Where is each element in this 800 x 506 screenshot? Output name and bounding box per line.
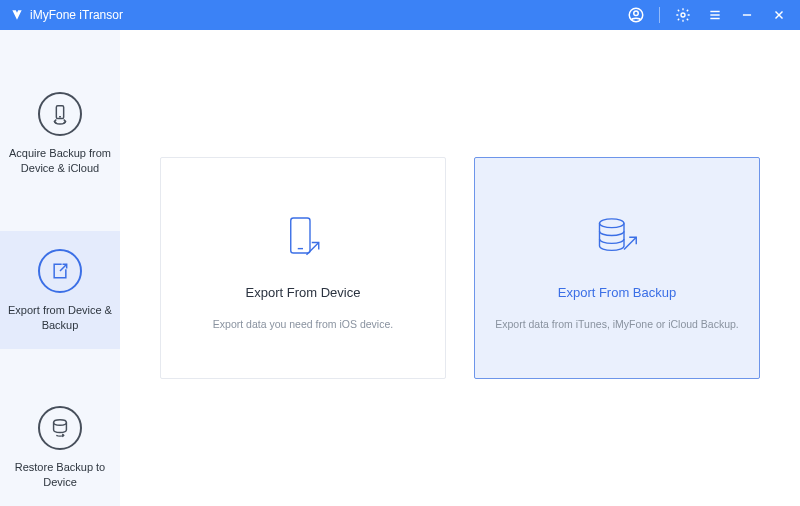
- app-logo-icon: [10, 8, 24, 22]
- card-export-from-backup[interactable]: Export From Backup Export data from iTun…: [474, 157, 760, 379]
- svg-rect-13: [291, 218, 310, 253]
- app-title: iMyFone iTransor: [30, 8, 123, 22]
- sidebar-item-export[interactable]: Export from Device & Backup: [0, 231, 120, 349]
- gear-icon[interactable]: [674, 6, 692, 24]
- svg-point-16: [600, 218, 625, 227]
- card-desc: Export data from iTunes, iMyFone or iClo…: [495, 318, 739, 330]
- divider: [659, 7, 660, 23]
- svg-line-17: [624, 237, 636, 249]
- device-export-icon: [275, 207, 331, 271]
- svg-point-2: [681, 13, 685, 17]
- svg-point-1: [634, 11, 639, 16]
- account-icon[interactable]: [627, 6, 645, 24]
- card-title: Export From Device: [246, 285, 361, 300]
- close-button[interactable]: [770, 6, 788, 24]
- restore-icon: [38, 406, 82, 450]
- sidebar-item-acquire-backup[interactable]: Acquire Backup from Device & iCloud: [0, 74, 120, 192]
- export-icon: [38, 249, 82, 293]
- svg-line-15: [307, 242, 319, 254]
- card-title: Export From Backup: [558, 285, 677, 300]
- card-export-from-device[interactable]: Export From Device Export data you need …: [160, 157, 446, 379]
- card-desc: Export data you need from iOS device.: [213, 318, 393, 330]
- sidebar-item-label: Restore Backup to Device: [8, 460, 112, 490]
- sidebar-item-label: Acquire Backup from Device & iCloud: [8, 146, 112, 176]
- svg-point-12: [54, 420, 67, 426]
- sidebar: Acquire Backup from Device & iCloud Expo…: [0, 30, 120, 506]
- backup-export-icon: [587, 207, 647, 271]
- app-logo-area: iMyFone iTransor: [10, 8, 123, 22]
- main-content: Export From Device Export data you need …: [120, 30, 800, 506]
- window-controls: [627, 6, 788, 24]
- title-bar: iMyFone iTransor: [0, 0, 800, 30]
- menu-icon[interactable]: [706, 6, 724, 24]
- sidebar-item-restore-backup[interactable]: Restore Backup to Device: [0, 388, 120, 506]
- minimize-button[interactable]: [738, 6, 756, 24]
- phone-sync-icon: [38, 92, 82, 136]
- sidebar-item-label: Export from Device & Backup: [8, 303, 112, 333]
